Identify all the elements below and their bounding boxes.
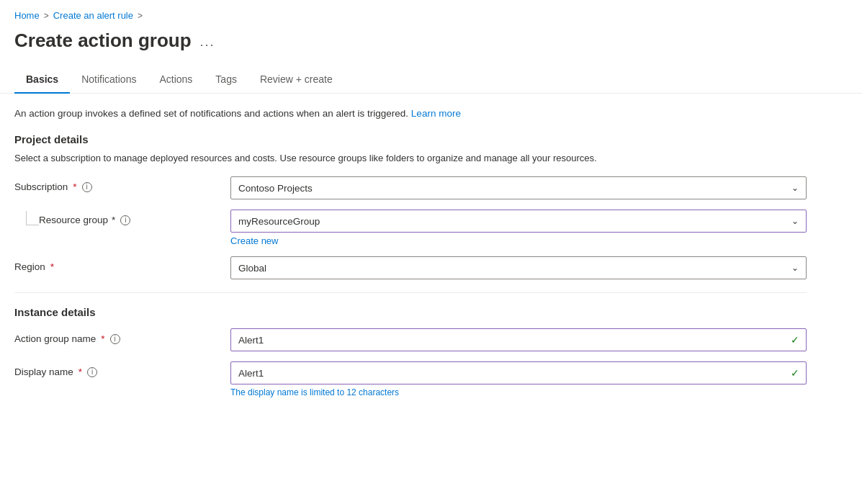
action-group-name-input[interactable] (230, 328, 807, 351)
display-name-label: Display name * i (14, 361, 230, 377)
subscription-control: Contoso Projects ⌄ (230, 176, 807, 199)
resource-group-required: * (112, 215, 115, 225)
subscription-value: Contoso Projects (238, 183, 313, 194)
ellipsis-menu-button[interactable]: ... (200, 35, 215, 50)
action-group-name-control: ✓ (230, 328, 807, 351)
project-details-section: Project details Select a subscription to… (14, 133, 807, 279)
learn-more-link[interactable]: Learn more (411, 108, 461, 119)
tab-tags[interactable]: Tags (204, 66, 248, 94)
region-required: * (50, 261, 54, 272)
resource-group-control: myResourceGroup ⌄ Create new (230, 210, 807, 246)
region-row: Region * Global ⌄ (14, 256, 807, 279)
resource-group-chevron-icon: ⌄ (791, 216, 799, 226)
breadcrumb-alert-rule[interactable]: Create an alert rule (53, 10, 133, 21)
display-name-input[interactable] (230, 361, 807, 384)
action-group-name-required: * (101, 333, 104, 344)
main-content: An action group invokes a defined set of… (0, 94, 821, 422)
tabs-bar: Basics Notifications Actions Tags Review… (0, 66, 862, 94)
display-name-required: * (78, 366, 82, 377)
subscription-chevron-icon: ⌄ (791, 183, 799, 193)
subscription-label: Subscription * i (14, 176, 230, 192)
tab-actions[interactable]: Actions (148, 66, 204, 94)
action-group-name-info-icon[interactable]: i (110, 334, 120, 344)
region-dropdown[interactable]: Global ⌄ (230, 256, 807, 279)
indent-line (26, 211, 39, 225)
resource-group-row: Resource group * i myResourceGroup ⌄ Cre… (14, 210, 807, 246)
action-group-name-check-icon: ✓ (791, 334, 799, 346)
breadcrumb: Home > Create an alert rule > (0, 0, 862, 25)
instance-details-section: Instance details Action group name * i ✓… (14, 306, 807, 397)
display-name-info-icon[interactable]: i (87, 367, 97, 377)
resource-group-label: Resource group * i (39, 210, 130, 225)
tab-notifications[interactable]: Notifications (70, 66, 148, 94)
section-divider (14, 292, 807, 293)
display-name-row: Display name * i ✓ The display name is l… (14, 361, 807, 397)
breadcrumb-sep2: > (138, 11, 143, 21)
resource-indent: Resource group * i (14, 210, 230, 225)
display-name-input-wrap: ✓ (230, 361, 807, 384)
action-group-name-label: Action group name * i (14, 328, 230, 344)
description-static: An action group invokes a defined set of… (14, 108, 408, 119)
page-title: Create action group (14, 30, 192, 52)
action-group-name-row: Action group name * i ✓ (14, 328, 807, 351)
region-value: Global (238, 263, 266, 274)
subscription-row: Subscription * i Contoso Projects ⌄ (14, 176, 807, 199)
action-group-name-input-wrap: ✓ (230, 328, 807, 351)
display-name-hint: The display name is limited to 12 charac… (230, 387, 807, 397)
tab-review-create[interactable]: Review + create (248, 66, 344, 94)
create-new-resource-group-link[interactable]: Create new (230, 235, 807, 246)
region-control: Global ⌄ (230, 256, 807, 279)
region-label: Region * (14, 256, 230, 272)
instance-details-title: Instance details (14, 306, 807, 318)
page-header: Create action group ... (0, 25, 862, 66)
subscription-dropdown[interactable]: Contoso Projects ⌄ (230, 176, 807, 199)
project-details-description: Select a subscription to manage deployed… (14, 153, 807, 163)
subscription-info-icon[interactable]: i (82, 182, 92, 192)
resource-group-dropdown[interactable]: myResourceGroup ⌄ (230, 210, 807, 233)
resource-group-value: myResourceGroup (238, 216, 320, 227)
subscription-required: * (73, 181, 76, 192)
description-text: An action group invokes a defined set of… (14, 108, 807, 119)
display-name-check-icon: ✓ (791, 367, 799, 379)
project-details-title: Project details (14, 133, 807, 145)
tab-basics[interactable]: Basics (14, 66, 70, 94)
region-chevron-icon: ⌄ (791, 263, 799, 273)
display-name-control: ✓ The display name is limited to 12 char… (230, 361, 807, 397)
resource-group-info-icon[interactable]: i (120, 215, 130, 225)
breadcrumb-sep1: > (44, 11, 49, 21)
breadcrumb-home[interactable]: Home (14, 10, 40, 21)
